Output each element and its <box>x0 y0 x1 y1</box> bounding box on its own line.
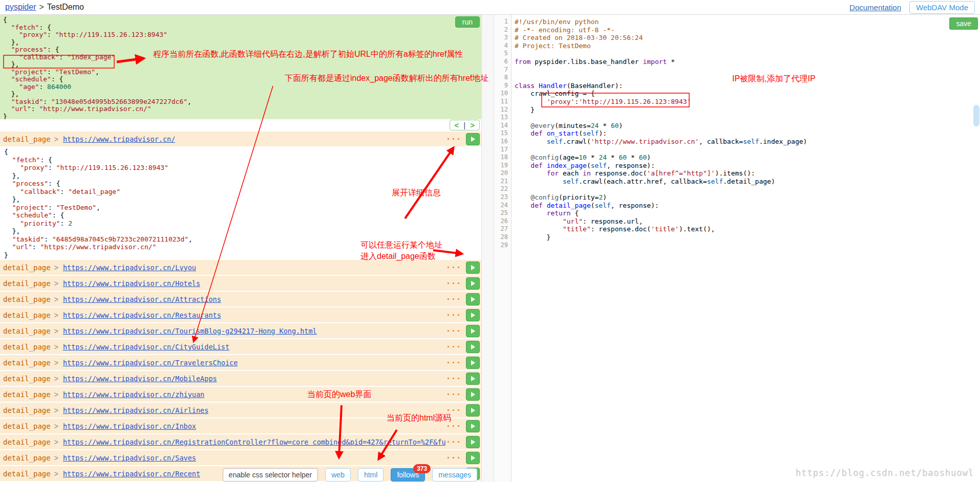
pagination-control: < | > <box>450 120 480 130</box>
css-selector-helper-button[interactable]: enable css selector helper <box>223 468 318 481</box>
expand-task-button[interactable]: ··· <box>445 135 462 144</box>
debugger-panel: { "fetch": { "proxy": "http://119.115.26… <box>0 15 481 482</box>
line-number: 23 <box>494 193 511 202</box>
run-task-button[interactable] <box>466 341 480 353</box>
run-task-button[interactable] <box>466 420 480 432</box>
callback-label: detail_page <box>3 264 51 272</box>
expand-task-button[interactable]: ··· <box>445 453 462 463</box>
follow-url-link[interactable]: https://www.tripadvisor.cn/Hotels <box>63 279 200 288</box>
panel-splitter[interactable] <box>481 15 494 482</box>
run-task-button[interactable] <box>466 293 480 305</box>
pagination-next-button[interactable]: > <box>470 121 475 129</box>
code-editor[interactable]: 1234567891011121314151617181920212223242… <box>494 15 973 482</box>
follow-url-link[interactable]: https://www.tripadvisor.cn/Saves <box>63 454 196 462</box>
expand-task-button[interactable]: ··· <box>445 422 462 431</box>
pagination-prev-button[interactable]: < <box>455 121 459 129</box>
expand-task-button[interactable]: ··· <box>445 406 462 415</box>
row-separator: > <box>54 454 58 462</box>
run-task-button[interactable] <box>466 404 480 417</box>
play-icon <box>471 455 475 461</box>
run-task-button[interactable] <box>466 373 480 385</box>
row-actions: ··· <box>445 388 480 401</box>
row-separator: > <box>54 295 58 303</box>
line-number: 6 <box>494 58 511 66</box>
follows-tab-button[interactable]: follows 373 <box>391 468 425 481</box>
follow-url-link[interactable]: https://www.tripadvisor.cn/zhiyuan <box>63 390 204 399</box>
expand-task-button[interactable]: ··· <box>445 374 462 383</box>
expand-task-button[interactable]: ··· <box>445 263 462 272</box>
run-task-button[interactable] <box>466 388 480 401</box>
follow-url-link[interactable]: https://www.tripadvisor.cn/TravelersChoi… <box>63 359 238 367</box>
callback-label: detail_page <box>3 470 51 478</box>
run-task-button[interactable] <box>466 325 480 337</box>
callback-label: detail_page <box>3 135 51 143</box>
line-number: 28 <box>494 233 511 242</box>
row-actions: ··· <box>445 452 480 464</box>
line-number: 29 <box>494 242 511 250</box>
breadcrumb-project-name: TestDemo <box>47 3 84 11</box>
breadcrumb-separator: > <box>39 3 44 11</box>
follow-url-link[interactable]: https://www.tripadvisor.cn/Airlines <box>63 406 208 414</box>
expand-task-button[interactable]: ··· <box>445 358 462 367</box>
webdav-mode-button[interactable]: WebDAV Mode <box>909 1 975 14</box>
row-actions: ··· <box>445 357 480 369</box>
follow-url-link[interactable]: https://www.tripadvisor.cn/Recent <box>63 470 200 478</box>
expand-task-button[interactable]: ··· <box>445 295 462 304</box>
run-task-button[interactable] <box>466 309 480 321</box>
expand-task-button[interactable]: ··· <box>445 437 462 447</box>
expand-task-button[interactable]: ··· <box>445 390 462 399</box>
run-task-button[interactable] <box>466 133 480 145</box>
follow-url-link[interactable]: https://www.tripadvisor.cn/Lvyou <box>63 264 196 272</box>
run-button[interactable]: run <box>455 16 480 28</box>
run-task-button[interactable] <box>466 436 480 448</box>
run-task-button[interactable] <box>466 277 480 290</box>
line-number: 16 <box>494 138 511 146</box>
line-number: 25 <box>494 209 511 217</box>
editor-scrollbar-thumb[interactable] <box>973 105 979 126</box>
task-json-editor[interactable]: { "fetch": { "proxy": "http://119.115.26… <box>0 15 481 119</box>
expand-task-button[interactable]: ··· <box>445 311 462 320</box>
row-actions: ··· <box>445 373 480 385</box>
line-number: 7 <box>494 66 511 74</box>
play-icon <box>471 392 475 397</box>
messages-tab-button[interactable]: messages <box>432 468 477 481</box>
play-icon <box>471 376 475 381</box>
pyspider-debug-page: pyspider>TestDemo Documentation WebDAV M… <box>0 0 980 482</box>
callback-label: detail_page <box>3 295 51 303</box>
follow-row: detail_page > https://www.tripadvisor.cn… <box>0 419 481 433</box>
follow-url-link[interactable]: https://www.tripadvisor.cn/TourismBlog-g… <box>63 327 317 335</box>
expanded-task-json[interactable]: { "fetch": { "proxy": "http://119.115.26… <box>0 147 481 259</box>
line-number: 1 <box>494 18 511 26</box>
documentation-link[interactable]: Documentation <box>849 3 901 12</box>
follow-url-link[interactable]: https://www.tripadvisor.cn/ <box>63 135 175 143</box>
save-button[interactable]: save <box>949 17 978 30</box>
web-tab-button[interactable]: web <box>325 468 351 481</box>
row-separator: > <box>54 359 58 367</box>
run-task-button[interactable] <box>466 261 480 274</box>
code-gutter: 1234567891011121314151617181920212223242… <box>494 15 512 482</box>
run-task-button[interactable] <box>466 452 480 464</box>
callback-label: detail_page <box>3 438 51 446</box>
play-icon <box>471 424 475 429</box>
run-task-button[interactable] <box>466 357 480 369</box>
follow-url-link[interactable]: https://www.tripadvisor.cn/MobileApps <box>63 375 217 383</box>
expand-task-button[interactable]: ··· <box>445 279 462 288</box>
line-number: 20 <box>494 169 511 178</box>
follow-url-link[interactable]: https://www.tripadvisor.cn/Attractions <box>63 295 221 303</box>
play-icon <box>471 344 475 349</box>
follow-row: detail_page > https://www.tripadvisor.cn… <box>0 308 481 322</box>
follow-url-link[interactable]: https://www.tripadvisor.cn/Inbox <box>63 422 196 430</box>
follows-count-badge: 373 <box>413 464 431 473</box>
follow-url-link[interactable]: https://www.tripadvisor.cn/Restaurants <box>63 311 221 319</box>
follow-url-link[interactable]: https://www.tripadvisor.cn/CityGuideList <box>63 343 229 351</box>
follow-row: detail_page > https://www.tripadvisor.cn… <box>0 132 481 146</box>
follow-url-link[interactable]: https://www.tripadvisor.cn/RegistrationC… <box>63 438 445 446</box>
html-tab-button[interactable]: html <box>358 468 384 481</box>
row-actions: ··· <box>445 309 480 321</box>
expand-task-button[interactable]: ··· <box>445 342 462 352</box>
line-number: 22 <box>494 185 511 193</box>
expand-task-button[interactable]: ··· <box>445 326 462 336</box>
breadcrumb: pyspider>TestDemo <box>5 3 84 12</box>
breadcrumb-app-link[interactable]: pyspider <box>5 3 36 11</box>
line-number: 27 <box>494 225 511 233</box>
